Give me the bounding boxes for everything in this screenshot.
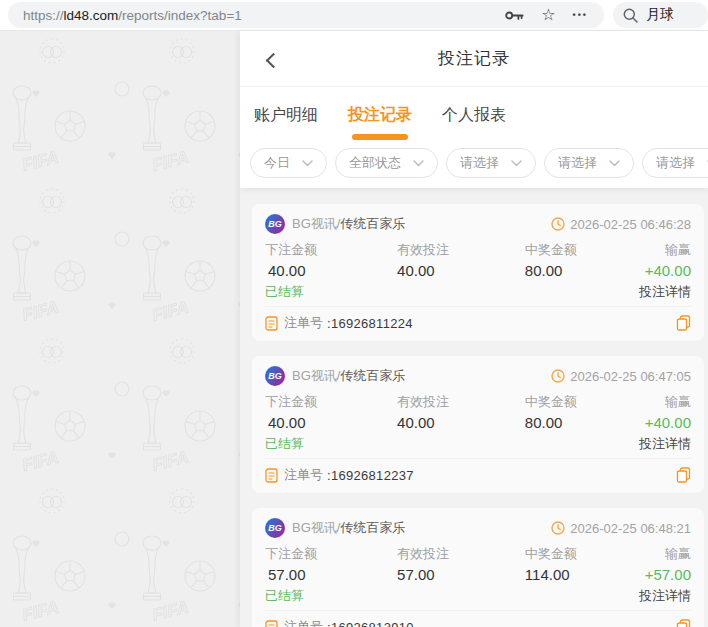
bet-timestamp: 2026-02-25 06:46:28 xyxy=(570,217,691,232)
order-digits: 16926812237 xyxy=(331,468,414,483)
copy-order-button[interactable] xyxy=(676,467,691,483)
chevron-down-icon xyxy=(511,160,522,167)
provider-name: BG视讯/ xyxy=(292,216,340,231)
game-title: 传统百家乐 xyxy=(340,368,405,383)
game-title: 传统百家乐 xyxy=(340,520,405,535)
filter-dropdown[interactable]: 今日 xyxy=(250,148,327,178)
bet-amount-value: 40.00 xyxy=(265,262,397,280)
amount-values-row: 40.00 40.00 80.00 +40.00 xyxy=(265,414,691,432)
chevron-down-icon xyxy=(302,160,313,167)
key-icon[interactable] xyxy=(505,10,524,21)
win-amount-value: 114.00 xyxy=(525,566,632,584)
filter-label: 请选择 xyxy=(460,154,499,172)
copy-order-button[interactable] xyxy=(676,315,691,331)
clock-icon xyxy=(551,369,565,383)
provider-name: BG视讯/ xyxy=(292,520,340,535)
bet-detail-link[interactable]: 投注详情 xyxy=(639,587,691,604)
status-row: 已结算 投注详情 xyxy=(265,435,691,452)
tab-label: 投注记录 xyxy=(348,105,412,126)
game-name: BG视讯/传统百家乐 xyxy=(292,215,405,233)
bet-detail-link[interactable]: 投注详情 xyxy=(639,283,691,300)
page-title: 投注记录 xyxy=(438,47,510,70)
betting-records-panel: 投注记录 账户明细 投注记录 个人报表 今日 xyxy=(240,31,708,627)
filter-dropdown[interactable]: 全部状态 xyxy=(335,148,438,178)
bg-provider-badge-icon: BG xyxy=(265,214,285,234)
card-header: BG BG视讯/传统百家乐 2026-02-25 06:46:28 xyxy=(265,213,691,235)
valid-bet-label: 有效投注 xyxy=(397,242,525,257)
order-number-label: 注单号 xyxy=(284,618,323,627)
win-amount-label: 中奖金额 xyxy=(525,546,632,561)
valid-bet-value: 40.00 xyxy=(397,414,525,432)
filter-dropdown[interactable]: 请选择 xyxy=(544,148,634,178)
amount-labels-row: 下注金额 有效投注 中奖金额 输赢 xyxy=(265,242,691,257)
filter-label: 请选择 xyxy=(558,154,597,172)
win-amount-label: 中奖金额 xyxy=(525,242,632,257)
copy-icon xyxy=(676,619,691,627)
url-path: /reports/index?tab=1 xyxy=(118,8,241,23)
bet-record-card: BG BG视讯/传统百家乐 2026-02-25 06:46:28 下注金额 有… xyxy=(252,204,704,341)
bet-record-card: BG BG视讯/传统百家乐 2026-02-25 06:48:21 下注金额 有… xyxy=(252,508,704,627)
clock-icon xyxy=(551,521,565,535)
amount-values-row: 57.00 57.00 114.00 +57.00 xyxy=(265,566,691,584)
provider-name: BG视讯/ xyxy=(292,368,340,383)
status-row: 已结算 投注详情 xyxy=(265,587,691,604)
profit-label: 输赢 xyxy=(631,546,691,561)
valid-bet-label: 有效投注 xyxy=(397,394,525,409)
profit-label: 输赢 xyxy=(631,242,691,257)
tab-item[interactable]: 个人报表 xyxy=(442,87,506,143)
profit-value: +40.00 xyxy=(631,262,691,280)
url-box[interactable]: https://ld48.com/reports/index?tab=1 ☆ •… xyxy=(8,2,604,28)
bg-provider-badge-icon: BG xyxy=(265,518,285,538)
tab-item[interactable]: 账户明细 xyxy=(254,87,318,143)
filter-label: 今日 xyxy=(264,154,290,172)
copy-order-button[interactable] xyxy=(676,619,691,627)
win-amount-value: 80.00 xyxy=(525,414,632,432)
valid-bet-label: 有效投注 xyxy=(397,546,525,561)
filter-dropdown[interactable]: 请选择 xyxy=(446,148,536,178)
valid-bet-value: 40.00 xyxy=(397,262,525,280)
order-digits: 16926811224 xyxy=(331,316,413,331)
copy-icon xyxy=(676,467,691,483)
win-amount-value: 80.00 xyxy=(525,262,632,280)
fifa-watermark-background: FIFA xyxy=(0,31,240,627)
tab-label: 个人报表 xyxy=(442,105,506,126)
order-row: 注单号 :16926811224 xyxy=(265,306,691,341)
chevron-left-icon xyxy=(265,52,281,68)
tab-label: 账户明细 xyxy=(254,105,318,126)
bet-amount-value: 40.00 xyxy=(265,414,397,432)
more-menu-icon[interactable]: ••• xyxy=(573,10,588,20)
order-row: 注单号 :16926813910 xyxy=(265,610,691,627)
profit-label: 输赢 xyxy=(631,394,691,409)
profit-value: +40.00 xyxy=(631,414,691,432)
panel-header: 投注记录 xyxy=(240,31,708,87)
browser-search-box[interactable]: 月球 xyxy=(613,2,708,28)
bookmark-star-icon[interactable]: ☆ xyxy=(541,7,555,23)
status-badge: 已结算 xyxy=(265,283,304,300)
status-row: 已结算 投注详情 xyxy=(265,283,691,300)
url-scheme: https:// xyxy=(23,8,64,23)
bet-detail-link[interactable]: 投注详情 xyxy=(639,435,691,452)
order-digits: 16926813910 xyxy=(331,620,414,627)
game-name: BG视讯/传统百家乐 xyxy=(292,367,405,385)
card-header: BG BG视讯/传统百家乐 2026-02-25 06:48:21 xyxy=(265,517,691,539)
amount-labels-row: 下注金额 有效投注 中奖金额 输赢 xyxy=(265,394,691,409)
order-note-icon xyxy=(265,468,278,483)
bet-amount-value: 57.00 xyxy=(265,566,397,584)
back-button[interactable] xyxy=(260,49,282,71)
search-icon xyxy=(623,8,638,23)
bg-provider-badge-icon: BG xyxy=(265,366,285,386)
filter-dropdown[interactable]: 请选择 xyxy=(642,148,708,178)
screen: https://ld48.com/reports/index?tab=1 ☆ •… xyxy=(0,0,708,627)
bet-amount-label: 下注金额 xyxy=(265,546,397,561)
amount-values-row: 40.00 40.00 80.00 +40.00 xyxy=(265,262,691,280)
chevron-down-icon xyxy=(413,160,424,167)
order-note-icon xyxy=(265,620,278,627)
win-amount-label: 中奖金额 xyxy=(525,394,632,409)
bet-amount-label: 下注金额 xyxy=(265,394,397,409)
valid-bet-value: 57.00 xyxy=(397,566,525,584)
order-row: 注单号 :16926812237 xyxy=(265,458,691,493)
order-number-value: :16926813910 xyxy=(327,620,414,627)
game-title: 传统百家乐 xyxy=(340,216,405,231)
order-number-value: :16926811224 xyxy=(327,316,413,331)
tab-item[interactable]: 投注记录 xyxy=(348,87,412,143)
